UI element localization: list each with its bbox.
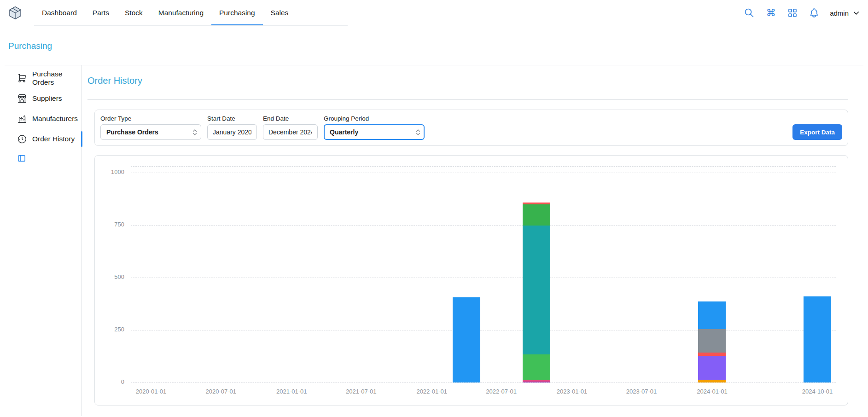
select-chevrons-icon: [416, 129, 420, 136]
breadcrumb-purchasing[interactable]: Purchasing: [8, 41, 52, 51]
tab-purchasing[interactable]: Purchasing: [211, 1, 263, 25]
shopping-cart-icon: [17, 73, 27, 83]
grouping-period-select[interactable]: Quarterly: [324, 124, 425, 140]
user-menu[interactable]: admin: [830, 9, 861, 17]
start-date-field: Start Date: [207, 115, 257, 140]
chart-gridline: [131, 173, 836, 173]
chart-bar-segment[interactable]: [523, 354, 550, 380]
chart-gridline: [131, 382, 836, 383]
sidebar-item-manufacturers[interactable]: Manufacturers: [0, 109, 82, 129]
select-chevrons-icon: [192, 129, 197, 136]
chart-gridline: [131, 225, 836, 226]
sidebar-item-suppliers[interactable]: Suppliers: [0, 88, 82, 109]
chart-bar-segment[interactable]: [698, 356, 726, 380]
sidebar-item-label: Order History: [32, 135, 75, 143]
x-axis-label: 2021-07-01: [329, 388, 393, 395]
navbar-actions: ⌘ admin: [743, 7, 861, 19]
x-axis-label: 2020-07-01: [189, 388, 253, 395]
chart-bar-segment[interactable]: [523, 226, 550, 354]
bell-icon[interactable]: [808, 7, 820, 19]
chart-bar-segment[interactable]: [523, 203, 550, 205]
sidebar-collapse-icon[interactable]: [17, 154, 26, 163]
x-axis-label: 2022-01-01: [400, 388, 464, 395]
order-history-chart-plot: 025050075010002020-01-012020-07-012021-0…: [95, 156, 848, 405]
y-axis-label: 750: [95, 221, 124, 228]
chart-bar-segment[interactable]: [698, 329, 726, 353]
chevron-down-icon: [852, 9, 861, 17]
building-store-icon: [17, 93, 27, 104]
chart-card: 025050075010002020-01-012020-07-012021-0…: [94, 155, 848, 405]
tab-parts[interactable]: Parts: [85, 1, 117, 25]
x-axis-label: 2022-07-01: [469, 388, 534, 395]
chart-bar-segment[interactable]: [698, 353, 726, 356]
chart-bar-segment[interactable]: [804, 296, 831, 382]
order-type-label: Order Type: [100, 115, 201, 122]
command-icon[interactable]: ⌘: [765, 7, 777, 19]
building-factory-icon: [17, 114, 27, 124]
chart-bar-segment[interactable]: [523, 380, 550, 382]
x-axis-label: 2021-01-01: [259, 388, 324, 395]
sidebar: Purchase Orders Suppliers Manufacturers: [0, 65, 82, 416]
x-axis-label: 2020-01-01: [119, 388, 183, 395]
chart-bar-segment[interactable]: [698, 380, 726, 382]
order-type-select[interactable]: Purchase Orders: [100, 124, 201, 140]
start-date-input[interactable]: [207, 124, 257, 140]
end-date-field: End Date: [263, 115, 318, 140]
main-panel: Order History Order Type Purchase Orders…: [82, 65, 868, 416]
sidebar-item-label: Purchase Orders: [32, 70, 82, 87]
qr-grid-icon[interactable]: [786, 7, 798, 19]
y-axis-label: 500: [95, 273, 124, 280]
chart-gridline: [131, 330, 836, 330]
page-title: Order History: [87, 75, 848, 86]
chart-bar-segment[interactable]: [698, 301, 726, 329]
y-axis-label: 1000: [95, 168, 124, 175]
x-axis-label: 2023-01-01: [540, 388, 604, 395]
chart-bar-segment[interactable]: [523, 382, 550, 382]
sidebar-item-order-history[interactable]: Order History: [0, 129, 82, 149]
app-logo-icon[interactable]: [7, 5, 23, 21]
x-axis-label: 2023-07-01: [609, 388, 674, 395]
sidebar-item-label: Manufacturers: [32, 115, 78, 123]
grouping-period-field: Grouping Period Quarterly: [324, 115, 425, 140]
export-data-button[interactable]: Export Data: [792, 124, 842, 140]
end-date-label: End Date: [263, 115, 318, 122]
y-axis-label: 0: [95, 378, 124, 385]
username-label: admin: [830, 9, 849, 17]
top-navbar: Dashboard Parts Stock Manufacturing Purc…: [0, 0, 868, 26]
end-date-input[interactable]: [263, 124, 318, 140]
tab-stock[interactable]: Stock: [117, 1, 151, 25]
search-icon[interactable]: [743, 7, 755, 19]
content-area: Purchase Orders Suppliers Manufacturers: [0, 65, 868, 416]
chart-top-gridline: [131, 166, 836, 167]
history-clock-icon: [17, 134, 27, 144]
x-axis-label: 2024-01-01: [680, 388, 744, 395]
chart-bar-segment[interactable]: [523, 204, 550, 226]
tab-sales[interactable]: Sales: [263, 1, 297, 25]
grouping-period-label: Grouping Period: [324, 115, 425, 122]
main-nav-tabs: Dashboard Parts Stock Manufacturing Purc…: [34, 1, 348, 26]
order-type-field: Order Type Purchase Orders: [100, 115, 201, 140]
chart-gridline: [131, 278, 836, 278]
sidebar-item-label: Suppliers: [32, 94, 62, 103]
chart-bar-segment[interactable]: [453, 297, 480, 382]
filter-card: Order Type Purchase Orders Start Date En…: [94, 110, 848, 146]
title-divider: [87, 99, 848, 100]
y-axis-label: 250: [95, 326, 124, 333]
tab-dashboard[interactable]: Dashboard: [34, 1, 85, 25]
breadcrumb: Purchasing: [5, 26, 863, 65]
start-date-label: Start Date: [207, 115, 257, 122]
x-axis-label: 2024-10-01: [785, 388, 848, 395]
sidebar-item-purchase-orders[interactable]: Purchase Orders: [0, 68, 82, 88]
tab-manufacturing[interactable]: Manufacturing: [151, 1, 211, 25]
